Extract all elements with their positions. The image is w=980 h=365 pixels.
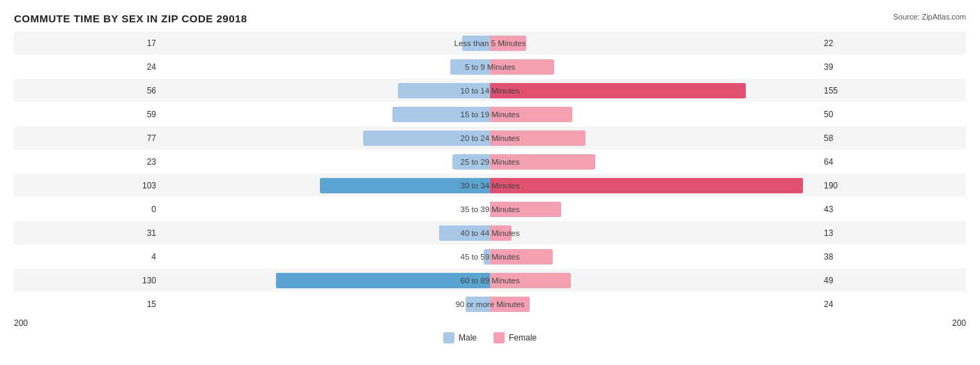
legend-male: Male — [443, 332, 477, 343]
legend-female-box — [493, 332, 505, 343]
female-bar — [490, 249, 553, 265]
male-bar-wrap — [439, 225, 490, 241]
female-bar-wrap — [490, 273, 571, 288]
male-bar-wrap — [276, 273, 490, 288]
legend-male-label: Male — [459, 333, 477, 343]
left-value: 103 — [14, 181, 160, 191]
male-bar-wrap — [363, 131, 490, 146]
male-bar — [439, 225, 490, 241]
bars-center: 20 to 24 Minutes — [160, 126, 820, 149]
right-value: 64 — [820, 157, 966, 167]
male-bar-wrap — [452, 154, 490, 170]
female-bar — [490, 273, 571, 288]
axis-right: 200 — [952, 318, 966, 328]
male-bar-wrap — [320, 178, 490, 193]
male-bar — [466, 297, 490, 312]
right-value: 38 — [820, 252, 966, 262]
chart-row: 24 5 to 9 Minutes 39 — [14, 55, 966, 78]
left-value: 56 — [14, 86, 160, 96]
right-value: 155 — [820, 86, 966, 96]
legend-female: Female — [493, 332, 537, 343]
male-bar-wrap — [462, 36, 490, 51]
chart-row: 56 10 to 14 Minutes 155 — [14, 79, 966, 102]
left-value: 23 — [14, 157, 160, 167]
male-bar — [363, 131, 490, 146]
female-bar — [490, 297, 530, 312]
axis-labels: 200 200 — [14, 317, 966, 329]
left-value: 77 — [14, 133, 160, 143]
legend-female-label: Female — [509, 333, 537, 343]
chart-row: 31 40 to 44 Minutes 13 — [14, 221, 966, 244]
bars-center: 5 to 9 Minutes — [160, 55, 820, 78]
male-bar-wrap — [484, 249, 490, 265]
female-bar — [490, 107, 572, 122]
female-bar-wrap — [490, 83, 746, 98]
female-bar-wrap — [490, 178, 803, 193]
male-bar — [398, 83, 490, 98]
male-bar — [392, 107, 490, 122]
female-bar-wrap — [490, 225, 512, 241]
bars-center: 10 to 14 Minutes — [160, 79, 820, 102]
bars-center: 25 to 29 Minutes — [160, 150, 820, 173]
right-value: 43 — [820, 204, 966, 214]
bars-center: Less than 5 Minutes — [160, 31, 820, 54]
male-bar-wrap — [392, 107, 490, 122]
left-value: 0 — [14, 204, 160, 214]
chart-row: 17 Less than 5 Minutes 22 — [14, 31, 966, 54]
female-bar — [490, 154, 595, 170]
male-bar — [452, 154, 490, 170]
right-value: 13 — [820, 228, 966, 238]
male-bar — [484, 249, 490, 265]
bars-center: 90 or more Minutes — [160, 292, 820, 315]
bottom-section: 200 200 Male Female — [14, 317, 966, 343]
chart-row: 77 20 to 24 Minutes 58 — [14, 126, 966, 149]
male-bar — [320, 178, 490, 193]
left-value: 15 — [14, 299, 160, 309]
source-text: Source: ZipAtlas.com — [893, 13, 966, 21]
chart-row: 130 60 to 89 Minutes 49 — [14, 269, 966, 292]
female-bar — [490, 225, 512, 241]
legend: Male Female — [14, 332, 966, 343]
female-bar — [490, 131, 585, 146]
female-bar-wrap — [490, 59, 554, 75]
female-bar-wrap — [490, 297, 530, 312]
chart-area: 17 Less than 5 Minutes 22 24 5 to 9 Minu… — [14, 31, 966, 315]
chart-row: 59 15 to 19 Minutes 50 — [14, 103, 966, 126]
bars-center: 40 to 44 Minutes — [160, 221, 820, 244]
chart-row: 4 45 to 59 Minutes 38 — [14, 245, 966, 268]
left-value: 31 — [14, 228, 160, 238]
chart-row: 15 90 or more Minutes 24 — [14, 292, 966, 315]
bars-center: 45 to 59 Minutes — [160, 245, 820, 268]
bars-center: 15 to 19 Minutes — [160, 103, 820, 126]
female-bar — [490, 202, 561, 217]
female-bar-wrap — [490, 202, 561, 217]
right-value: 49 — [820, 276, 966, 285]
left-value: 59 — [14, 110, 160, 119]
female-bar — [490, 36, 526, 51]
male-bar-wrap — [398, 83, 490, 98]
bars-center: 30 to 34 Minutes — [160, 174, 820, 197]
bars-center: 35 to 39 Minutes — [160, 198, 820, 221]
bars-center: 60 to 89 Minutes — [160, 269, 820, 292]
chart-container: COMMUTE TIME BY SEX IN ZIP CODE 29018 So… — [0, 0, 980, 365]
left-value: 24 — [14, 62, 160, 72]
female-bar — [490, 59, 554, 75]
female-bar-wrap — [490, 249, 553, 265]
right-value: 22 — [820, 38, 966, 48]
axis-left: 200 — [14, 318, 28, 328]
chart-row: 23 25 to 29 Minutes 64 — [14, 150, 966, 173]
chart-row: 0 35 to 39 Minutes 43 — [14, 198, 966, 221]
left-value: 17 — [14, 38, 160, 48]
female-bar — [490, 178, 803, 193]
chart-row: 103 30 to 34 Minutes 190 — [14, 174, 966, 197]
chart-title: COMMUTE TIME BY SEX IN ZIP CODE 29018 — [14, 13, 966, 24]
female-bar-wrap — [490, 154, 595, 170]
left-value: 130 — [14, 276, 160, 285]
right-value: 58 — [820, 133, 966, 143]
right-value: 190 — [820, 181, 966, 191]
male-bar — [462, 36, 490, 51]
right-value: 50 — [820, 110, 966, 119]
female-bar-wrap — [490, 107, 572, 122]
female-bar — [490, 83, 746, 98]
left-value: 4 — [14, 252, 160, 262]
